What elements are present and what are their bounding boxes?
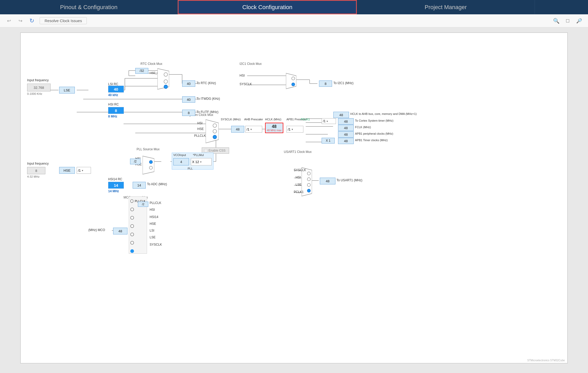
svg-marker-47 <box>286 73 296 89</box>
hsi-rc-freq: 8 MHz <box>108 115 117 118</box>
svg-point-55 <box>149 160 152 164</box>
hclk-ahb-box: 48 <box>333 112 349 118</box>
hsi-rc-value[interactable]: 8 <box>108 107 124 114</box>
svg-point-46 <box>164 85 168 89</box>
vco-input-box: 4 <box>173 158 189 165</box>
sysclk-48-box: 48 <box>231 126 244 133</box>
nav-project-manager[interactable]: Project Manager <box>357 0 535 14</box>
i2c-hsi-label: HSI <box>240 74 245 77</box>
refresh-button[interactable]: ↻ <box>28 17 35 24</box>
i2c-sysclk-label: SYSCLK <box>240 82 252 86</box>
apb1-timer-label: APB1 Timer clocks (MHz) <box>355 139 388 142</box>
nav-pinout[interactable]: Pinout & Configuration <box>0 0 178 14</box>
mco-radio-hsi14[interactable] <box>130 216 134 220</box>
adc-mid-box: 14 <box>133 182 146 189</box>
to-usart1-label: To USART1 (MHz) <box>336 178 362 182</box>
usart1-sysclk: SYSCLK <box>294 168 306 172</box>
mco-lbl-lse: LSE <box>150 235 156 239</box>
hsi14-rc-value[interactable]: 14 <box>108 182 124 189</box>
hse-div-dropdown[interactable]: /1 <box>77 167 91 174</box>
usart1-hsi: HSI <box>296 176 301 179</box>
hsi14-rc-label: HSI14 RC <box>108 177 122 181</box>
ahb-prescaler-label: AHB Prescaler <box>244 118 263 121</box>
hsi-rc-label: HSI RC <box>108 103 119 106</box>
input-freq-1-label: Input frequency <box>27 78 49 82</box>
hclk-label: HCLK (MHz) <box>265 118 281 121</box>
apb1-timer-box: 48 <box>338 138 354 144</box>
mco-div2-box: /2 <box>138 202 148 207</box>
to-flitf-label: To FLITF (MHz) <box>197 110 218 114</box>
fclk-box: 48 <box>338 125 354 131</box>
svg-point-49 <box>292 83 295 86</box>
pclk1-label: PCLK1 <box>301 118 310 121</box>
rtc-mux-shape <box>157 67 169 91</box>
svg-point-61 <box>307 189 310 192</box>
zoom-in-icon[interactable]: 🔍 <box>553 17 560 24</box>
usart1-mux-title: USART1 Clock Mux <box>284 150 311 154</box>
input-freq-2-label: Input frequency <box>27 162 49 165</box>
mco-radio-hse[interactable] <box>130 224 134 228</box>
pll-source-mux-shape <box>143 155 154 176</box>
undo-button[interactable]: ↩ <box>5 17 13 24</box>
to-rtc-label: To RTC (KHz) <box>197 81 216 85</box>
rtc-output-box: 40 <box>182 80 195 87</box>
pll-source-mux-title: PLL Source Mux <box>137 147 160 151</box>
svg-point-53 <box>213 135 217 139</box>
rtc-mux-title: RTC Clock Mux <box>140 62 162 66</box>
apb1-div-dropdown[interactable]: /1 <box>286 126 303 133</box>
div32-box: /32 <box>135 68 148 74</box>
mco-radio-lse[interactable] <box>130 241 134 245</box>
to-iwdg-label: To ITWDG (KHz) <box>197 97 220 101</box>
lse-block[interactable]: LSE <box>59 87 75 94</box>
pll-div2-box: /2 <box>130 159 140 164</box>
cortex-div-dropdown[interactable]: /1 <box>322 118 336 124</box>
mco-lbl-pllclk: PLLCLK <box>150 201 161 205</box>
mco-radio-hsi[interactable] <box>130 208 134 211</box>
mco-output-box: 48 <box>113 228 127 234</box>
pll-vco-area: VCOInput *PLLMul 4 X 12 PLL <box>172 153 213 170</box>
i2c1-mux-shape <box>286 72 296 90</box>
hse-block[interactable]: HSE <box>59 167 75 174</box>
mco-radio-pllclk[interactable] <box>130 199 133 203</box>
clock-diagram: RTC Clock Mux I2C1 Clock Mux System Cloc… <box>20 33 568 363</box>
ahb-div-dropdown[interactable]: /1 <box>245 126 262 133</box>
input-freq-2-range: 4-32 MHz <box>27 175 40 178</box>
flitf-box: 8 <box>182 110 195 116</box>
input-freq-1-range: 0-1000 KHz <box>27 92 42 95</box>
to-i2c1-label: To I2C1 (MHz) <box>333 81 353 85</box>
sys-mux-hse: HSE <box>197 127 204 131</box>
nav-extra[interactable] <box>535 0 588 14</box>
mco-lbl-hsi: HSI <box>150 208 155 212</box>
sys-clk-mux-shape <box>206 118 219 144</box>
mco-lbl-lsi: LSI <box>150 229 154 232</box>
iwdg-box: 40 <box>182 96 195 103</box>
input-freq-2-value[interactable]: 8 <box>27 167 45 174</box>
mco-radio-sysclk[interactable] <box>130 249 134 253</box>
usart1-lse: LSE <box>296 183 302 186</box>
apb1-periph-label: APB1 peripheral clocks (MHz) <box>355 132 393 135</box>
sysclk-mhz-label: SYSCLK (MHz) <box>221 118 241 121</box>
apb1-periph-box: 48 <box>338 131 354 138</box>
input-freq-1-value[interactable]: 32.768 <box>27 84 51 91</box>
hsi14-rc-freq: 14 MHz <box>108 189 119 193</box>
mco-radio-lsi[interactable] <box>130 233 134 236</box>
mco-lbl-sysclk: SYSCLK <box>150 243 162 246</box>
mco-lbl-hsi14: HSI14 <box>150 215 158 219</box>
nav-clock-config[interactable]: Clock Configuration <box>178 0 357 14</box>
cortex-timer-box: 48 <box>338 118 354 125</box>
i2c1-output-box: 8 <box>319 80 332 87</box>
usart1-pclk1: PCLK1 <box>294 190 304 194</box>
lsi-rc-value[interactable]: 40 <box>108 86 124 92</box>
lsi-rc-label: LSI RC <box>108 82 118 86</box>
zoom-out-icon[interactable]: 🔎 <box>575 17 583 24</box>
fit-icon[interactable]: □ <box>564 17 571 24</box>
lsi-rc-freq: 40 kHz <box>108 93 118 97</box>
usart1-output-box: 48 <box>320 178 335 184</box>
resolve-clock-button[interactable]: Resolve Clock Issues <box>40 17 87 24</box>
mco-label: (MHz) MCO <box>88 228 105 232</box>
sys-mux-hsi: HSI <box>197 121 203 125</box>
pll-mul-dropdown[interactable]: X 12 <box>191 158 212 165</box>
hclk-ahb-label: HCLK to AHB bus, core, memory and DMA (M… <box>350 112 418 115</box>
top-nav: Pinout & Configuration Clock Configurati… <box>0 0 588 14</box>
redo-button[interactable]: ↪ <box>17 17 24 24</box>
